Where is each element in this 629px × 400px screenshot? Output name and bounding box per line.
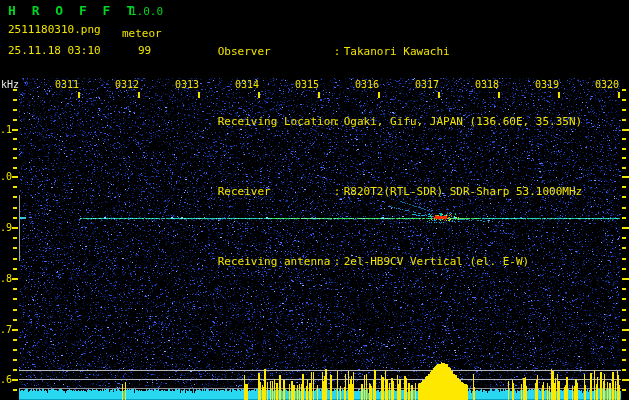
app-title: H R O F F T [8,3,138,18]
x-tick-label-0315: 0315 [294,79,320,90]
info-label: Receiving antenna [218,255,334,269]
info-label: Receiver [218,185,334,199]
x-tick-label-0314: 0314 [234,79,260,90]
y-tick-label-0_7: 0.7 [0,324,12,335]
x-tick-label-0312: 0312 [114,79,140,90]
x-tick-label-0320: 0320 [594,79,620,90]
echo-count: 99 [138,44,151,57]
y-tick-label-1_0: 1.0 [0,171,12,182]
x-tick-label-0319: 0319 [534,79,560,90]
y-tick-label-0_8: 0.8 [0,273,12,284]
info-row-receiver: Receiver:R820T2(RTL-SDR) SDR-Sharp 53.10… [178,171,582,213]
info-value: Takanori Kawachi [344,45,450,58]
hrofft-output: H R O F F T 1.0.0 2511180310.png meteor … [0,0,629,400]
info-row-antenna: Receiving antenna:2el-HB9CV Vertical (el… [178,241,582,283]
x-tick-label-0317: 0317 [414,79,440,90]
y-axis-unit: kHz [1,79,19,90]
station-info: Observer:Takanori Kawachi Receiving Loca… [178,3,582,311]
output-filename: 2511180310.png [8,23,101,36]
info-label: Receiving Location [218,115,334,129]
app-version: 1.0.0 [130,5,163,18]
info-row-location: Receiving Location:Ogaki, Gifu, JAPAN (1… [178,101,582,143]
info-colon: : [334,185,344,199]
x-tick-label-0318: 0318 [474,79,500,90]
y-tick-label-1_1: 1.1 [0,124,12,135]
x-tick-label-0313: 0313 [174,79,200,90]
info-colon: : [334,115,344,129]
y-tick-label-0_9: 0.9 [0,222,12,233]
info-value: R820T2(RTL-SDR) SDR-Sharp 53.1000MHz [344,185,582,198]
info-colon: : [334,255,344,269]
mode-label: meteor [122,27,162,40]
x-tick-label-0316: 0316 [354,79,380,90]
datetime-label: 25.11.18 03:10 [8,44,101,57]
x-tick-label-0311: 0311 [54,79,80,90]
info-colon: : [334,45,344,59]
info-row-observer: Observer:Takanori Kawachi [178,31,582,73]
info-label: Observer [218,45,334,59]
info-value: 2el-HB9CV Vertical (el. E-W) [344,255,529,268]
info-value: Ogaki, Gifu, JAPAN (136.60E, 35.35N) [344,115,582,128]
y-tick-label-0_6: 0.6 [0,374,12,385]
